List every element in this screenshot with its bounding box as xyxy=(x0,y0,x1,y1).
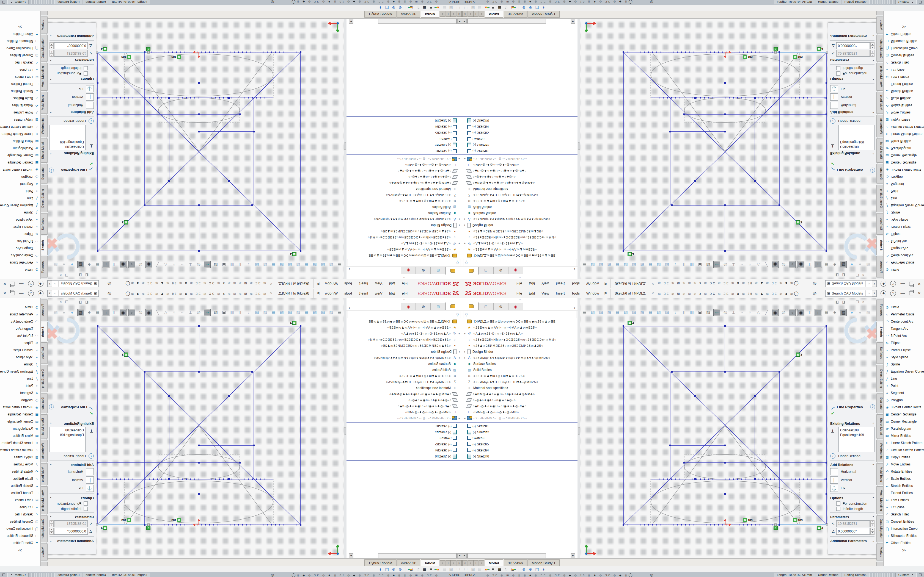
pin-icon[interactable]: ⚑ xyxy=(317,282,320,286)
menu-window[interactable]: Window xyxy=(583,280,602,287)
checkbox[interactable] xyxy=(84,501,88,506)
iso-cube-icon[interactable]: ▧ xyxy=(840,261,847,268)
menu-window[interactable]: Window xyxy=(322,290,341,297)
additional-parameters-header[interactable]: Additional Parameters⌄ xyxy=(47,33,96,39)
tree-item[interactable]: ▸A○25ИΜ◎◦♣∀♣◎ΜИ∀○◎○∀ИΜ◎♣∀♣◦◎ΜИ25○ xyxy=(347,216,462,222)
tree-item[interactable]: ○♣ИΜ◎♟♣○∗◉I○◦○I◉∗○♣♟◎ΜИ♣○ xyxy=(347,391,462,397)
tool-stretch-entities[interactable]: ↔Stretch Entities xyxy=(0,88,40,95)
cube-icon[interactable]: ▨ xyxy=(664,261,670,268)
dotted-table-icon[interactable]: ▦ xyxy=(496,5,503,10)
tool-3-point-center-recta-[interactable]: ◈3 Point Center Recta... xyxy=(884,166,924,173)
horizontal-relation-button[interactable]: —Horizontal xyxy=(47,467,96,476)
tool-3-point-arc[interactable]: ◠3 Point Arc xyxy=(0,238,40,245)
tool-center-rectangle[interactable]: ▣Center Rectangle xyxy=(884,411,924,418)
tree-item-sketch6[interactable]: (-)Sketch6 xyxy=(462,453,577,459)
tree-item-sketch5[interactable]: (-)Sketch5 xyxy=(347,441,462,447)
pin-icon[interactable]: ⚑ xyxy=(317,291,320,295)
tool-ellipse[interactable]: ⊜Ellipse xyxy=(0,230,40,238)
tab-nav-button[interactable]: ‹ xyxy=(451,11,456,17)
vertical-relation-button[interactable]: │Vertical xyxy=(828,93,877,101)
minimize-button[interactable]: — xyxy=(19,281,24,286)
tab-model[interactable]: Model xyxy=(421,559,439,566)
spline-gray-icon[interactable]: ~ xyxy=(179,309,185,316)
extrude-cube-icon[interactable]: ▧ xyxy=(328,309,334,316)
tool-center-rectangle[interactable]: ▣Center Rectangle xyxy=(0,411,40,418)
sheet-icon[interactable]: ❏ xyxy=(2,0,5,4)
tool-equation-driven-curve[interactable]: ƒEquation Driven Curve xyxy=(884,202,924,209)
relation-tag[interactable]: ▨109 xyxy=(171,518,181,522)
tab-mold-tools[interactable]: Mold Tools xyxy=(41,92,48,114)
tree-item-sketch5[interactable]: (-)Sketch5 xyxy=(347,130,462,136)
exit-sketch-icon[interactable]: ↩ xyxy=(204,309,211,316)
delete-gray-icon[interactable]: × xyxy=(171,309,177,316)
help-icon[interactable]: ? xyxy=(28,290,34,296)
tab-data-migration[interactable]: Data Migration xyxy=(876,35,883,61)
angle-parameter-field[interactable]: 0.00000000° xyxy=(836,528,870,535)
length-parameter-field[interactable]: 10.88152731 xyxy=(836,50,870,56)
tree-item[interactable]: ◒○25♣ƎE25○ИΜ◎◦♣ƆCƎE25○◎○25ƎECƆ♣◦◎ΜИ○ xyxy=(462,337,577,343)
relations-listbox[interactable]: Collinear108Equal length109 xyxy=(838,125,874,150)
rollback-bar[interactable] xyxy=(347,155,462,155)
tool-perimeter-circle[interactable]: ○Perimeter Circle xyxy=(884,311,924,318)
featuremanager-tab[interactable] xyxy=(446,302,460,310)
dotted-table-icon[interactable]: ▦ xyxy=(496,567,503,572)
cube-icon[interactable]: ▨ xyxy=(287,309,293,316)
panel-help-icon[interactable]: ? xyxy=(870,168,875,172)
tab-features[interactable]: Features xyxy=(876,256,883,277)
tool-equation-driven-curve[interactable]: ƒEquation Driven Curve xyxy=(884,368,924,375)
angle-parameter[interactable]: ∠0.00000000°▲▼ xyxy=(47,42,96,50)
screen-icon[interactable]: ◫ xyxy=(237,309,244,316)
tab-weldments[interactable]: Weldments xyxy=(876,440,883,462)
iso-cube-icon[interactable]: ▧ xyxy=(77,261,84,268)
planes-eye-icon[interactable]: ◫ xyxy=(806,261,813,268)
menu-tools[interactable]: Tools xyxy=(568,280,583,287)
dock-right-icon[interactable]: ◨ xyxy=(842,300,845,304)
tool-extend-entities[interactable]: ⊢Extend Entities xyxy=(884,489,924,496)
tool-offset-entities[interactable]: ⊏Offset Entities xyxy=(884,539,924,546)
scroll-right-arrow[interactable]: ▶ xyxy=(570,553,575,558)
scroll-right-arrow[interactable]: ▶ xyxy=(349,553,354,558)
gray-cube-icon[interactable]: ▧ xyxy=(53,309,59,316)
menu-tools[interactable]: Tools xyxy=(341,280,356,287)
tab-markup[interactable]: Markup xyxy=(41,16,48,34)
points-eye-icon[interactable]: ◉ xyxy=(798,309,804,316)
option-infinite-length[interactable]: Infinite length xyxy=(828,506,877,511)
tab-motion-study-1[interactable]: Motion Study 1 xyxy=(527,11,560,18)
tool-silhouette-entities[interactable]: ⊟Silhouette Entities xyxy=(884,532,924,539)
layers-icon[interactable]: ≡ xyxy=(428,5,435,10)
book-icon[interactable]: ▥ xyxy=(688,261,695,268)
sheets-gray-icon[interactable]: ▤ xyxy=(470,5,476,10)
clock-icon[interactable]: ⊘ xyxy=(390,5,397,10)
minimize-button[interactable]: — xyxy=(900,281,905,286)
search-dropdown-icon[interactable]: ▼ xyxy=(48,280,52,287)
angle-parameter-field[interactable]: 0.00000000° xyxy=(54,42,88,49)
tree-item[interactable]: ○◦◎♣○∗◉I○◦○I◉∗○♣◎◦○ xyxy=(462,174,577,180)
tree-item[interactable]: ◒○25♣ƎE25○ИΜ◎◦♣ƆCƎE25○◎○25ƎECƆ♣◦◎ΜИ○ xyxy=(347,234,462,240)
menu-tools[interactable]: Tools xyxy=(341,290,356,297)
tool-tangent-arc[interactable]: ⌒Tangent Arc xyxy=(884,325,924,332)
scrollbar-thumb[interactable] xyxy=(456,19,457,24)
relation-tag[interactable]: ▨3 xyxy=(796,220,802,224)
spinner[interactable]: ▲ xyxy=(50,53,53,56)
tab-weldments[interactable]: Weldments xyxy=(876,115,883,137)
tab-features[interactable]: Features xyxy=(41,300,48,321)
tool-parallelogram[interactable]: ▱Parallelogram xyxy=(0,145,40,152)
tab-mold-tools[interactable]: Mold Tools xyxy=(41,463,48,485)
configurationmanager-tab[interactable]: ⊕ xyxy=(416,303,431,310)
tool-circle[interactable]: ⊙Circle xyxy=(0,304,40,311)
tree-item[interactable]: ★○25E♣◎♟◎Λ∀Φ○◎○Φ∀Λ◎♟◎♣E25○ xyxy=(462,324,577,330)
child-restore-icon[interactable]: ❏ xyxy=(856,300,859,304)
tree-item-sketch6[interactable]: (-)Sketch6 xyxy=(462,118,577,124)
tool-extend-entities[interactable]: ⊢Extend Entities xyxy=(884,81,924,88)
menu-insert[interactable]: Insert xyxy=(356,290,372,297)
option-infinite-length[interactable]: Infinite length xyxy=(828,66,877,71)
tab-sheet-metal[interactable]: Sheet Metal xyxy=(41,414,48,438)
tab-evaluate[interactable]: Evaluate xyxy=(41,164,48,184)
more-tools-chevron[interactable]: ≫ xyxy=(884,25,924,29)
tool-sketch-fillet[interactable]: ◜Sketch Fillet xyxy=(0,511,40,518)
spinner[interactable]: ▼ xyxy=(50,524,53,527)
tree-item[interactable]: ▸↺○Λ♟◎♣25◦Ɛ○◎○Ɛ◦25♣◎♟Λ○ xyxy=(462,330,577,337)
folder-check-icon[interactable]: ◫ xyxy=(384,567,390,572)
tab-nav-button[interactable]: » xyxy=(440,11,445,17)
help-icon[interactable]: ? xyxy=(890,281,896,287)
